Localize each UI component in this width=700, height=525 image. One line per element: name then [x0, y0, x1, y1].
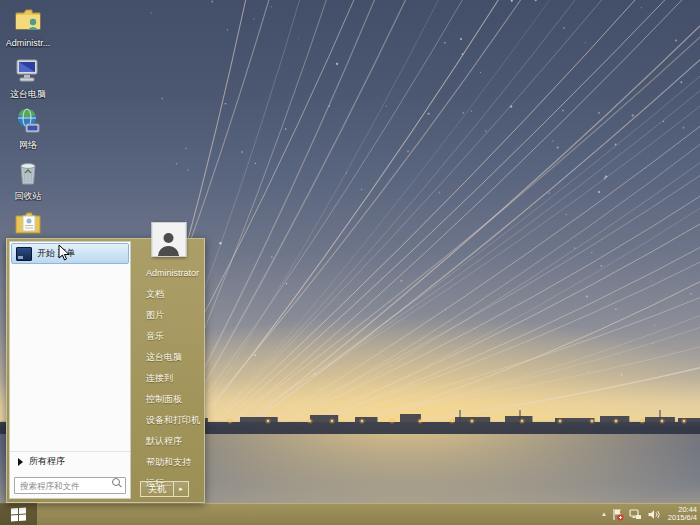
recycle-bin-icon [12, 157, 44, 189]
start-menu-pinned-item[interactable]: 开始 菜单 [11, 243, 129, 264]
search-icon [112, 478, 122, 488]
desktop-icon-network[interactable]: 网络 [2, 106, 54, 150]
desktop-icon-label: 这台电脑 [10, 89, 46, 99]
desktop-icon-label: Administr... [6, 38, 51, 48]
start-menu-right-items: Administrator 文档 图片 音乐 这台电脑 连接到 控制面板 设备和… [133, 263, 204, 494]
start-menu-right-panel: Administrator 文档 图片 音乐 这台电脑 连接到 控制面板 设备和… [133, 239, 204, 502]
menu-item-help-support[interactable]: 帮助和支持 [133, 452, 204, 473]
search-input[interactable] [14, 477, 126, 494]
user-folder-icon [12, 4, 44, 36]
menu-item-default-programs[interactable]: 默认程序 [133, 431, 204, 452]
shutdown-controls: 关机 ▸ [140, 481, 189, 497]
system-tray: ▴ 20:44 2015/6/4 [602, 503, 697, 525]
show-hidden-icons-button[interactable]: ▴ [602, 503, 606, 525]
pinned-item-label: 开始 菜单 [37, 247, 76, 260]
shutdown-options-arrow[interactable]: ▸ [174, 481, 189, 497]
menu-item-user-name[interactable]: Administrator [133, 263, 204, 284]
network-status-icon[interactable] [629, 508, 642, 521]
network-icon [12, 106, 44, 138]
all-programs-button[interactable]: 所有程序 [10, 451, 130, 472]
taskbar-clock[interactable]: 20:44 2015/6/4 [665, 506, 697, 523]
menu-item-connect-to[interactable]: 连接到 [133, 368, 204, 389]
search-box-wrap [14, 475, 126, 495]
menu-item-this-pc[interactable]: 这台电脑 [133, 347, 204, 368]
start-menu-left-panel: 开始 菜单 所有程序 [9, 241, 131, 499]
all-programs-arrow-icon [18, 458, 23, 466]
start-button[interactable] [0, 503, 37, 525]
volume-icon[interactable] [647, 508, 660, 521]
menu-item-control-panel[interactable]: 控制面板 [133, 389, 204, 410]
taskbar: ▴ 20:44 2015/6/4 [0, 503, 700, 525]
documents-folder-icon [12, 208, 44, 240]
action-center-flag-icon[interactable] [611, 508, 624, 521]
menu-item-documents[interactable]: 文档 [133, 284, 204, 305]
desktop-icon-list: Administr... 这台电脑 网络 回收站 [2, 4, 54, 252]
tray-date: 2015/6/4 [668, 514, 697, 523]
all-programs-label: 所有程序 [29, 455, 65, 468]
start-menu-shortcut-icon [16, 247, 32, 261]
desktop-icon-this-pc[interactable]: 这台电脑 [2, 55, 54, 99]
user-avatar[interactable] [151, 222, 186, 257]
menu-item-pictures[interactable]: 图片 [133, 305, 204, 326]
this-pc-icon [12, 55, 44, 87]
menu-item-devices-printers[interactable]: 设备和打印机 [133, 410, 204, 431]
desktop-icon-label: 网络 [19, 140, 37, 150]
windows-logo-icon [11, 507, 26, 521]
desktop-icon-administrator[interactable]: Administr... [2, 4, 54, 48]
program-list-empty-area [10, 265, 130, 451]
menu-item-music[interactable]: 音乐 [133, 326, 204, 347]
desktop-icon-recycle-bin[interactable]: 回收站 [2, 157, 54, 201]
desktop-icon-label: 回收站 [15, 191, 42, 201]
start-menu: 开始 菜单 所有程序 Administrator 文档 图片 音乐 这台电脑 连… [6, 238, 205, 503]
user-silhouette-icon [157, 233, 180, 256]
shutdown-button[interactable]: 关机 [140, 481, 174, 497]
